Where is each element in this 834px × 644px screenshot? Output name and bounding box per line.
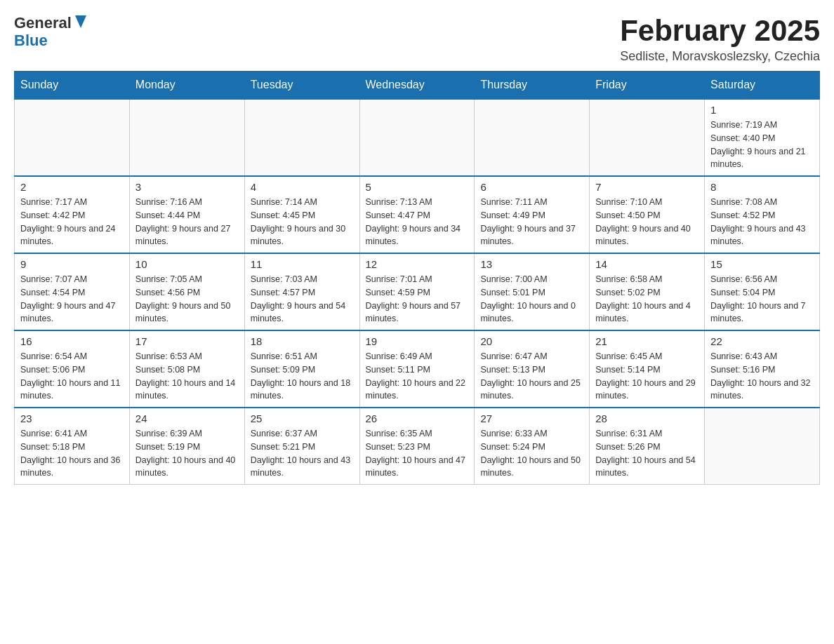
calendar-cell: 16Sunrise: 6:54 AM Sunset: 5:06 PM Dayli… xyxy=(15,330,130,408)
logo-text-general: General xyxy=(14,15,72,32)
day-info: Sunrise: 6:31 AM Sunset: 5:26 PM Dayligh… xyxy=(595,427,699,480)
day-number: 1 xyxy=(710,104,814,116)
calendar-cell: 13Sunrise: 7:00 AM Sunset: 5:01 PM Dayli… xyxy=(475,253,590,330)
day-number: 3 xyxy=(135,181,239,193)
calendar-cell xyxy=(15,99,130,176)
day-info: Sunrise: 6:51 AM Sunset: 5:09 PM Dayligh… xyxy=(251,350,354,403)
calendar-cell: 14Sunrise: 6:58 AM Sunset: 5:02 PM Dayli… xyxy=(590,253,705,330)
day-info: Sunrise: 7:19 AM Sunset: 4:40 PM Dayligh… xyxy=(710,119,814,171)
day-info: Sunrise: 6:33 AM Sunset: 5:24 PM Dayligh… xyxy=(480,427,583,480)
calendar-cell: 2Sunrise: 7:17 AM Sunset: 4:42 PM Daylig… xyxy=(15,176,130,253)
day-number: 21 xyxy=(595,335,699,347)
day-number: 16 xyxy=(20,335,124,347)
calendar-cell: 20Sunrise: 6:47 AM Sunset: 5:13 PM Dayli… xyxy=(475,330,590,408)
day-info: Sunrise: 6:47 AM Sunset: 5:13 PM Dayligh… xyxy=(480,350,583,403)
day-number: 5 xyxy=(366,181,469,193)
calendar-cell: 17Sunrise: 6:53 AM Sunset: 5:08 PM Dayli… xyxy=(129,330,244,408)
calendar-table: Sunday Monday Tuesday Wednesday Thursday… xyxy=(14,71,820,485)
header-sunday: Sunday xyxy=(15,72,130,100)
calendar-cell: 5Sunrise: 7:13 AM Sunset: 4:47 PM Daylig… xyxy=(359,176,475,253)
day-number: 15 xyxy=(710,258,814,270)
header-thursday: Thursday xyxy=(475,72,590,100)
day-number: 20 xyxy=(480,335,583,347)
calendar-week-1: 2Sunrise: 7:17 AM Sunset: 4:42 PM Daylig… xyxy=(15,176,820,253)
day-info: Sunrise: 6:53 AM Sunset: 5:08 PM Dayligh… xyxy=(135,350,239,403)
day-info: Sunrise: 6:54 AM Sunset: 5:06 PM Dayligh… xyxy=(20,350,124,403)
calendar-cell xyxy=(705,408,820,485)
day-info: Sunrise: 7:01 AM Sunset: 4:59 PM Dayligh… xyxy=(366,273,469,326)
title-section: February 2025 Sedliste, Moravskoslezsky,… xyxy=(620,14,820,64)
calendar-cell: 21Sunrise: 6:45 AM Sunset: 5:14 PM Dayli… xyxy=(590,330,705,408)
calendar-cell: 15Sunrise: 6:56 AM Sunset: 5:04 PM Dayli… xyxy=(705,253,820,330)
calendar-week-0: 1Sunrise: 7:19 AM Sunset: 4:40 PM Daylig… xyxy=(15,99,820,176)
day-info: Sunrise: 6:37 AM Sunset: 5:21 PM Dayligh… xyxy=(251,427,354,480)
calendar-cell: 24Sunrise: 6:39 AM Sunset: 5:19 PM Dayli… xyxy=(129,408,244,485)
day-number: 13 xyxy=(480,258,583,270)
logo-arrow-icon xyxy=(74,14,88,29)
day-number: 24 xyxy=(135,412,239,424)
location-subtitle: Sedliste, Moravskoslezsky, Czechia xyxy=(620,49,820,64)
day-info: Sunrise: 7:00 AM Sunset: 5:01 PM Dayligh… xyxy=(480,273,583,326)
day-info: Sunrise: 7:03 AM Sunset: 4:57 PM Dayligh… xyxy=(251,273,354,326)
calendar-cell: 7Sunrise: 7:10 AM Sunset: 4:50 PM Daylig… xyxy=(590,176,705,253)
day-info: Sunrise: 7:05 AM Sunset: 4:56 PM Dayligh… xyxy=(135,273,239,326)
calendar-cell: 9Sunrise: 7:07 AM Sunset: 4:54 PM Daylig… xyxy=(15,253,130,330)
calendar-body: 1Sunrise: 7:19 AM Sunset: 4:40 PM Daylig… xyxy=(15,99,820,485)
page-header: General Blue February 2025 Sedliste, Mor… xyxy=(14,14,820,64)
calendar-cell xyxy=(475,99,590,176)
header-wednesday: Wednesday xyxy=(359,72,475,100)
day-info: Sunrise: 6:41 AM Sunset: 5:18 PM Dayligh… xyxy=(20,427,124,480)
day-number: 27 xyxy=(480,412,583,424)
calendar-week-4: 23Sunrise: 6:41 AM Sunset: 5:18 PM Dayli… xyxy=(15,408,820,485)
calendar-cell: 11Sunrise: 7:03 AM Sunset: 4:57 PM Dayli… xyxy=(244,253,359,330)
day-number: 17 xyxy=(135,335,239,347)
day-info: Sunrise: 6:58 AM Sunset: 5:02 PM Dayligh… xyxy=(595,273,699,326)
day-info: Sunrise: 7:16 AM Sunset: 4:44 PM Dayligh… xyxy=(135,196,239,248)
day-info: Sunrise: 7:11 AM Sunset: 4:49 PM Dayligh… xyxy=(480,196,583,248)
logo: General Blue xyxy=(14,14,88,49)
calendar-cell xyxy=(244,99,359,176)
day-number: 2 xyxy=(20,181,124,193)
day-number: 26 xyxy=(366,412,469,424)
day-number: 11 xyxy=(251,258,354,270)
day-number: 18 xyxy=(251,335,354,347)
day-number: 25 xyxy=(251,412,354,424)
day-info: Sunrise: 7:07 AM Sunset: 4:54 PM Dayligh… xyxy=(20,273,124,326)
calendar-cell: 6Sunrise: 7:11 AM Sunset: 4:49 PM Daylig… xyxy=(475,176,590,253)
day-number: 28 xyxy=(595,412,699,424)
day-info: Sunrise: 6:45 AM Sunset: 5:14 PM Dayligh… xyxy=(595,350,699,403)
day-info: Sunrise: 6:35 AM Sunset: 5:23 PM Dayligh… xyxy=(366,427,469,480)
calendar-cell: 19Sunrise: 6:49 AM Sunset: 5:11 PM Dayli… xyxy=(359,330,475,408)
calendar-cell: 1Sunrise: 7:19 AM Sunset: 4:40 PM Daylig… xyxy=(705,99,820,176)
calendar-cell: 12Sunrise: 7:01 AM Sunset: 4:59 PM Dayli… xyxy=(359,253,475,330)
calendar-week-2: 9Sunrise: 7:07 AM Sunset: 4:54 PM Daylig… xyxy=(15,253,820,330)
calendar-cell xyxy=(359,99,475,176)
calendar-cell: 18Sunrise: 6:51 AM Sunset: 5:09 PM Dayli… xyxy=(244,330,359,408)
day-number: 22 xyxy=(710,335,814,347)
calendar-header: Sunday Monday Tuesday Wednesday Thursday… xyxy=(15,72,820,100)
day-info: Sunrise: 7:13 AM Sunset: 4:47 PM Dayligh… xyxy=(366,196,469,248)
day-info: Sunrise: 6:39 AM Sunset: 5:19 PM Dayligh… xyxy=(135,427,239,480)
day-number: 12 xyxy=(366,258,469,270)
day-number: 10 xyxy=(135,258,239,270)
day-info: Sunrise: 6:56 AM Sunset: 5:04 PM Dayligh… xyxy=(710,273,814,326)
calendar-cell: 25Sunrise: 6:37 AM Sunset: 5:21 PM Dayli… xyxy=(244,408,359,485)
day-number: 8 xyxy=(710,181,814,193)
calendar-cell: 26Sunrise: 6:35 AM Sunset: 5:23 PM Dayli… xyxy=(359,408,475,485)
header-row: Sunday Monday Tuesday Wednesday Thursday… xyxy=(15,72,820,100)
calendar-cell: 23Sunrise: 6:41 AM Sunset: 5:18 PM Dayli… xyxy=(15,408,130,485)
header-monday: Monday xyxy=(129,72,244,100)
calendar-cell: 28Sunrise: 6:31 AM Sunset: 5:26 PM Dayli… xyxy=(590,408,705,485)
day-info: Sunrise: 7:14 AM Sunset: 4:45 PM Dayligh… xyxy=(251,196,354,248)
calendar-cell: 8Sunrise: 7:08 AM Sunset: 4:52 PM Daylig… xyxy=(705,176,820,253)
day-number: 6 xyxy=(480,181,583,193)
logo-text-blue: Blue xyxy=(14,32,88,49)
day-number: 19 xyxy=(366,335,469,347)
day-info: Sunrise: 7:10 AM Sunset: 4:50 PM Dayligh… xyxy=(595,196,699,248)
calendar-cell: 27Sunrise: 6:33 AM Sunset: 5:24 PM Dayli… xyxy=(475,408,590,485)
month-title: February 2025 xyxy=(620,14,820,48)
day-number: 7 xyxy=(595,181,699,193)
day-info: Sunrise: 6:49 AM Sunset: 5:11 PM Dayligh… xyxy=(366,350,469,403)
header-tuesday: Tuesday xyxy=(244,72,359,100)
svg-marker-0 xyxy=(75,15,86,28)
